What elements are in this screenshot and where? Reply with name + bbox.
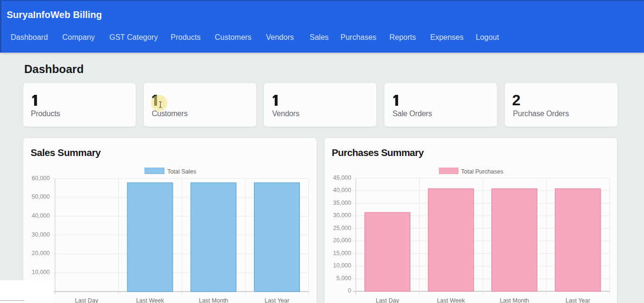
svg-text:50,000: 50,000 [32, 193, 50, 200]
svg-text:Last Week: Last Week [437, 297, 466, 303]
svg-text:20,000: 20,000 [333, 237, 351, 244]
svg-text:10,000: 10,000 [32, 269, 50, 275]
svg-text:Last Year: Last Year [265, 297, 289, 303]
svg-text:Last Day: Last Day [75, 297, 99, 303]
svg-text:40,000: 40,000 [333, 187, 351, 193]
svg-text:15,000: 15,000 [333, 250, 351, 257]
svg-text:Last Month: Last Month [199, 297, 228, 303]
svg-text:10,000: 10,000 [333, 262, 351, 269]
svg-text:5,000: 5,000 [336, 275, 351, 282]
svg-text:60,000: 60,000 [32, 175, 50, 182]
svg-text:Last Month: Last Month [500, 297, 529, 303]
svg-text:20,000: 20,000 [32, 250, 50, 257]
svg-text:30,000: 30,000 [333, 212, 351, 219]
svg-text:Last Day: Last Day [376, 297, 400, 303]
svg-text:Last Year: Last Year [566, 297, 590, 303]
svg-text:Last Week: Last Week [136, 297, 165, 303]
svg-text:45,000: 45,000 [333, 174, 351, 181]
svg-text:Total Sales: Total Sales [167, 168, 196, 175]
svg-text:Total Purchases: Total Purchases [461, 168, 504, 175]
svg-text:30,000: 30,000 [32, 231, 50, 238]
svg-text:40,000: 40,000 [32, 212, 50, 219]
svg-text:0: 0 [348, 287, 351, 294]
svg-text:35,000: 35,000 [333, 200, 351, 206]
svg-text:25,000: 25,000 [333, 225, 351, 231]
